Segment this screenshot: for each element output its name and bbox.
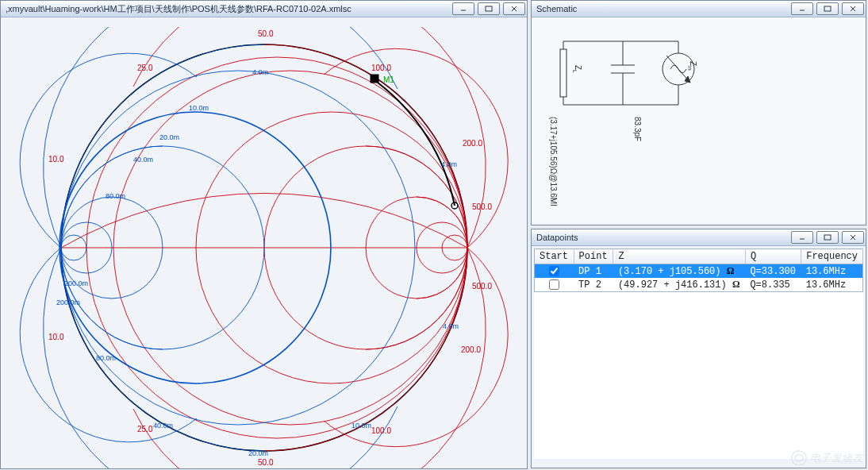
svg-text:200.0: 200.0 (461, 345, 481, 354)
close-icon[interactable] (842, 2, 864, 15)
svg-text:80.0m: 80.0m (96, 354, 116, 362)
col-q[interactable]: Q (745, 249, 801, 264)
minimize-icon[interactable] (791, 2, 813, 15)
svg-text:Zin: Zin (687, 61, 697, 71)
cell-z: (49.927 + j416.131) Ω (613, 278, 745, 292)
smith-chart-window: ,xmyvault\Huaming-work\HM工作项目\天线制作\POS机天… (0, 0, 528, 469)
datapoints-table[interactable]: Start Point Z Q Frequency DP 1 (3.170 + … (534, 248, 863, 292)
svg-text:40.0m: 40.0m (153, 422, 173, 430)
svg-text:100.0: 100.0 (371, 426, 391, 435)
svg-text:25.0: 25.0 (137, 425, 153, 433)
cell-freq: 13.6MHz (801, 264, 863, 279)
svg-text:500.0: 500.0 (472, 282, 492, 291)
svg-text:100.0: 100.0 (371, 64, 391, 72)
schematic-canvas[interactable]: ZL Zin (3.17+j105.56)Ω@13.6MI 83.3pF (532, 17, 866, 222)
svg-rect-19 (371, 75, 378, 83)
schematic-window-title: Schematic (536, 4, 788, 13)
table-row[interactable]: DP 1 (3.170 + j105.560) Ω Q=33.300 13.6M… (535, 264, 863, 279)
schematic-window: Schematic (531, 0, 866, 225)
minimize-icon[interactable] (452, 2, 474, 15)
svg-text:4.0m: 4.0m (441, 160, 457, 168)
svg-text:200.0m: 200.0m (56, 299, 80, 306)
schematic-titlebar[interactable]: Schematic (532, 1, 866, 17)
svg-text:40.0m: 40.0m (133, 156, 153, 164)
maximize-icon[interactable] (816, 2, 839, 15)
svg-text:10.0m: 10.0m (189, 104, 209, 112)
col-start[interactable]: Start (535, 249, 574, 264)
start-checkbox[interactable] (549, 266, 559, 276)
cell-q: Q=8.335 (745, 278, 801, 292)
start-checkbox[interactable] (549, 279, 559, 290)
close-icon[interactable] (842, 231, 864, 244)
svg-text:500.0: 500.0 (472, 202, 492, 211)
svg-text:20.0m: 20.0m (159, 133, 179, 141)
svg-text:ZL: ZL (572, 65, 582, 73)
svg-rect-1 (486, 6, 492, 11)
watermark: 电子发烧友 (790, 449, 864, 467)
chart-titlebar[interactable]: ,xmyvault\Huaming-work\HM工作项目\天线制作\POS机天… (1, 1, 527, 17)
col-freq[interactable]: Frequency (801, 249, 863, 264)
svg-text:50.0: 50.0 (258, 458, 274, 467)
svg-text:80.0m: 80.0m (106, 192, 125, 200)
svg-rect-52 (560, 49, 567, 97)
svg-text:20.0m: 20.0m (248, 449, 268, 457)
svg-text:200.0m: 200.0m (64, 279, 88, 287)
chart-window-title: ,xmyvault\Huaming-work\HM工作项目\天线制作\POS机天… (6, 3, 449, 15)
col-z[interactable]: Z (613, 249, 745, 264)
svg-text:4.0m: 4.0m (252, 68, 268, 76)
svg-rect-47 (824, 6, 831, 11)
cell-q: Q=33.300 (745, 264, 801, 279)
svg-text:25.0: 25.0 (137, 64, 153, 72)
svg-text:10.0m: 10.0m (351, 422, 371, 430)
svg-point-70 (791, 451, 805, 465)
col-point[interactable]: Point (574, 249, 613, 264)
cell-point: TP 2 (574, 278, 613, 292)
marker-label: M1 (383, 75, 394, 84)
svg-rect-67 (824, 235, 831, 240)
maximize-icon[interactable] (816, 231, 839, 244)
datapoints-window-title: Datapoints (536, 233, 788, 242)
empty-table-area (534, 292, 863, 459)
svg-text:50.0: 50.0 (258, 29, 274, 38)
load-impedance-value: (3.17+j105.56)Ω@13.6MI (549, 117, 558, 206)
smith-chart-canvas[interactable]: M1 50.0 25.0 100.0 10.0 200.0 500.0 500.… (1, 17, 527, 470)
capacitor-value: 83.3pF (633, 117, 642, 141)
svg-text:10.0: 10.0 (48, 333, 64, 341)
minimize-icon[interactable] (791, 231, 813, 244)
cell-freq: 13.6MHz (801, 278, 863, 292)
table-row[interactable]: TP 2 (49.927 + j416.131) Ω Q=8.335 13.6M… (535, 278, 863, 292)
datapoints-window: Datapoints Start Point Z Q Frequency DP … (531, 229, 866, 468)
maximize-icon[interactable] (478, 2, 500, 15)
close-icon[interactable] (503, 2, 525, 15)
svg-text:200.0: 200.0 (463, 139, 482, 148)
svg-text:4.0m: 4.0m (443, 322, 459, 330)
cell-point: DP 1 (574, 264, 613, 279)
datapoints-titlebar[interactable]: Datapoints (532, 229, 866, 246)
svg-text:10.0: 10.0 (48, 155, 64, 164)
cell-z: (3.170 + j105.560) Ω (613, 264, 745, 279)
